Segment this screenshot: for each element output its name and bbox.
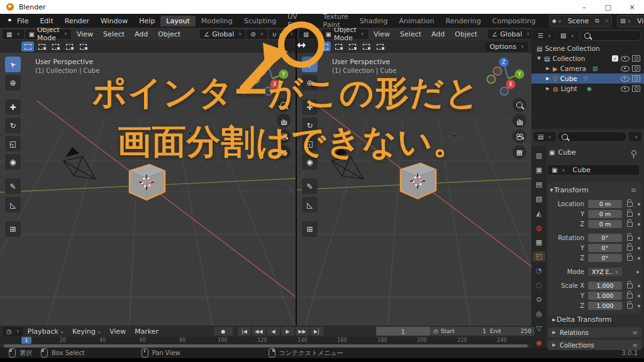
tab-collection[interactable]: ▦ xyxy=(533,237,545,247)
outliner-row-collection[interactable]: ▼ ▤ Collection ✓ xyxy=(531,53,644,63)
rotation-z-field[interactable]: 0° xyxy=(588,254,622,262)
panel-menu-icon[interactable]: ≡ xyxy=(633,342,638,349)
animate-dot[interactable] xyxy=(638,285,640,287)
relations-section[interactable]: ▶ Relations ≡ xyxy=(548,327,641,337)
select-mode-intersect[interactable] xyxy=(374,41,386,52)
tab-scene[interactable]: ◭ xyxy=(533,208,545,218)
menu-help[interactable]: Help xyxy=(133,17,160,25)
render-visibility-icon[interactable] xyxy=(632,75,640,82)
mode-dropdown[interactable]: ▣Object Mode xyxy=(322,30,368,39)
tab-particles[interactable]: ◌ xyxy=(533,280,545,290)
scene-selector[interactable]: ◆ Scene ⧉ × xyxy=(549,15,613,27)
select-mode-invert[interactable] xyxy=(360,41,372,52)
properties-search-input[interactable] xyxy=(557,131,627,142)
transform-panel-header[interactable]: ▼ Transform ≡ xyxy=(547,185,641,195)
rotation-x-field[interactable]: 0° xyxy=(588,234,622,242)
scene-copy-icon[interactable]: ⧉ xyxy=(592,18,601,25)
view-menu[interactable]: View xyxy=(369,30,394,38)
render-visibility-icon[interactable] xyxy=(632,65,640,72)
tab-view-layer[interactable]: ▧ xyxy=(533,194,545,204)
breadcrumb-object[interactable]: Cube xyxy=(558,148,575,156)
rotation-mode-dropdown[interactable]: XYZ E.. xyxy=(588,268,622,276)
hide-eye-icon[interactable] xyxy=(621,66,630,72)
annotate-tool[interactable]: ✎ xyxy=(302,178,318,194)
measure-tool[interactable]: ◺ xyxy=(5,197,21,212)
lock-icon[interactable] xyxy=(627,293,633,299)
animate-dot[interactable] xyxy=(638,305,640,307)
maximize-button[interactable]: □ xyxy=(596,0,620,14)
select-box-tool[interactable]: ➤ xyxy=(5,57,21,72)
properties-options-icon[interactable] xyxy=(629,132,641,141)
object-browse-icon[interactable]: ▣ xyxy=(548,165,569,175)
frame-end-field[interactable]: End 250 xyxy=(487,327,535,336)
select-mode-invert[interactable] xyxy=(63,41,75,52)
panel-menu-icon[interactable]: ≡ xyxy=(633,329,638,336)
tab-sculpting[interactable]: Sculpting xyxy=(238,16,282,26)
expand-caret-icon[interactable]: ▶ xyxy=(545,76,550,81)
orientation-dropdown[interactable]: ∠Global xyxy=(488,30,531,39)
auto-keying-record-button[interactable]: ● xyxy=(214,327,233,336)
tab-object[interactable]: ◰ xyxy=(533,251,545,261)
timeline-ruler[interactable]: 20 40 60 80 100 120 140 160 180 200 220 … xyxy=(0,337,531,344)
render-visibility-icon[interactable] xyxy=(632,55,640,62)
zoom-icon[interactable] xyxy=(513,98,526,112)
add-menu[interactable]: Add xyxy=(130,30,152,38)
select-mode-extend[interactable] xyxy=(332,41,345,52)
scale-y-field[interactable]: 1.000 xyxy=(588,292,622,300)
scene-name[interactable]: Scene xyxy=(564,17,593,25)
lock-icon[interactable] xyxy=(627,212,633,217)
move-tool[interactable]: ✚ xyxy=(5,99,21,115)
object-menu[interactable]: Object xyxy=(153,30,185,38)
cursor-tool[interactable]: ⊕ xyxy=(5,75,21,90)
location-z-field[interactable]: 0 m xyxy=(588,220,622,228)
current-frame-marker[interactable]: 1 xyxy=(21,337,31,344)
expand-caret-icon[interactable]: ▶ xyxy=(545,66,550,71)
timeline-editor-type-icon[interactable]: ◷ xyxy=(3,327,23,336)
lock-icon[interactable] xyxy=(627,222,633,227)
lock-icon[interactable] xyxy=(627,283,633,288)
options-dropdown[interactable]: Options xyxy=(486,42,528,52)
next-keyframe-button[interactable]: ▶▶ xyxy=(296,327,309,336)
timeline-scrollbar[interactable] xyxy=(4,344,528,348)
select-mode-subtract[interactable] xyxy=(49,41,62,52)
select-menu[interactable]: Select xyxy=(99,30,129,38)
panel-menu-icon[interactable]: ≡ xyxy=(631,186,636,194)
viewlayer-name[interactable]: ViewLayer xyxy=(633,17,644,25)
render-visibility-icon[interactable] xyxy=(632,85,640,92)
outliner-filter-icon[interactable]: ▧ xyxy=(557,31,578,40)
lock-icon[interactable] xyxy=(627,246,633,251)
tab-modifiers[interactable]: ◔ xyxy=(533,266,545,276)
tab-compositing[interactable]: Compositing xyxy=(487,16,541,26)
keying-menu[interactable]: Keying xyxy=(68,327,105,336)
tab-material[interactable]: ◉ xyxy=(533,337,545,348)
tab-constraints[interactable]: ◎ xyxy=(533,309,545,319)
tab-tool[interactable]: ▥ xyxy=(533,151,545,161)
location-y-field[interactable]: 0 m xyxy=(588,210,622,218)
animate-dot[interactable] xyxy=(638,213,640,216)
scale-x-field[interactable]: 1.000 xyxy=(588,282,622,290)
view-menu[interactable]: View xyxy=(72,30,97,38)
select-mode-extend[interactable] xyxy=(35,41,48,52)
add-menu[interactable]: Add xyxy=(427,30,449,38)
tab-rendering[interactable]: Rendering xyxy=(440,16,487,26)
tab-shading[interactable]: Shading xyxy=(354,16,394,26)
view-menu[interactable]: View xyxy=(105,327,130,336)
animate-dot[interactable] xyxy=(638,295,640,297)
expand-caret-icon[interactable]: ▶ xyxy=(545,86,550,91)
lock-icon[interactable] xyxy=(627,256,633,261)
tab-animation[interactable]: Animation xyxy=(393,16,440,26)
current-frame-field[interactable]: 1 xyxy=(376,327,430,336)
scene-unlink-icon[interactable]: × xyxy=(602,18,612,24)
location-x-field[interactable]: 0 m xyxy=(588,200,622,208)
jump-to-start-button[interactable]: |◀ xyxy=(238,327,251,336)
object-menu[interactable]: Object xyxy=(450,30,482,38)
tab-render[interactable]: ▣ xyxy=(533,165,545,175)
hide-eye-icon[interactable] xyxy=(621,76,630,82)
collection-checkbox[interactable]: ✓ xyxy=(612,55,618,62)
close-button[interactable]: × xyxy=(620,0,644,14)
panel-collapse-icon[interactable]: ▼ xyxy=(549,188,554,193)
tab-layout[interactable]: Layout xyxy=(160,16,195,26)
outliner-row-scene-collection[interactable]: ▤ Scene Collection xyxy=(531,43,644,53)
collections-section[interactable]: ▶ Collections ≡ xyxy=(548,340,641,350)
marker-menu[interactable]: Marker xyxy=(130,327,163,336)
